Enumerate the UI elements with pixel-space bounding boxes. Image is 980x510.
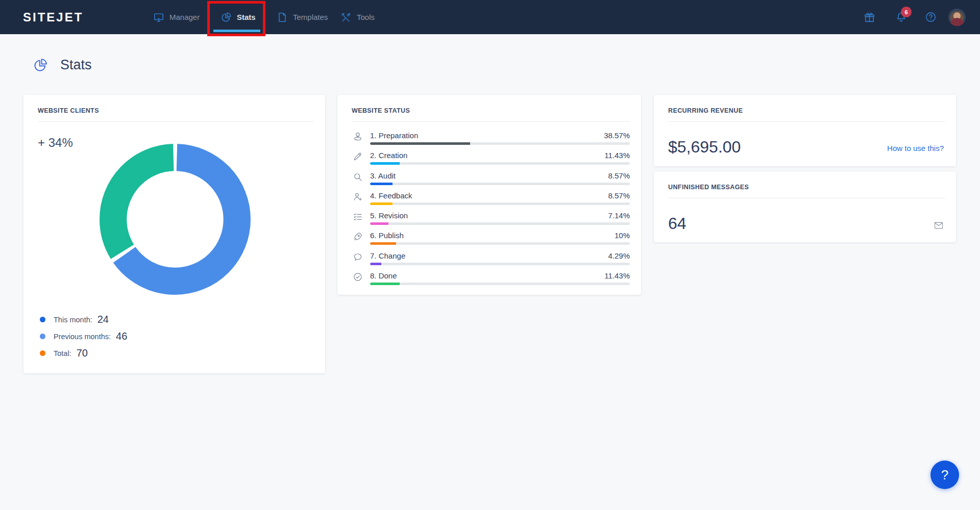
- status-percentage: 4.29%: [608, 251, 630, 260]
- nav-item-manager[interactable]: Manager: [153, 0, 200, 34]
- nav-item-templates[interactable]: Templates: [277, 0, 328, 34]
- legend-label: Previous months:: [54, 333, 111, 341]
- divider: [668, 121, 945, 122]
- envelope-icon: [934, 220, 944, 231]
- progress-track: [370, 263, 630, 265]
- status-percentage: 8.57%: [608, 191, 630, 200]
- checklist-icon: [353, 212, 363, 222]
- notifications-button[interactable]: 6: [895, 11, 907, 23]
- status-label: 7. Change: [370, 251, 405, 260]
- question-circle-icon: [925, 11, 937, 23]
- card-title: UNFINISHED MESSAGES: [654, 171, 956, 191]
- legend-dot-total: [40, 350, 45, 356]
- legend-row: Total: 70: [40, 345, 127, 362]
- growth-value: + 34%: [38, 136, 73, 150]
- divider: [668, 198, 945, 198]
- how-to-use-link[interactable]: How to use this?: [887, 144, 944, 152]
- status-label: 6. Publish: [370, 231, 404, 240]
- legend-dot-previous-months: [40, 334, 45, 339]
- status-row-change[interactable]: 7. Change 4.29%: [337, 249, 641, 269]
- progress-fill: [370, 263, 381, 265]
- recurring-revenue-card: RECURRING REVENUE $5,695.00 How to use t…: [654, 95, 956, 166]
- nav-item-stats[interactable]: Stats: [220, 0, 256, 34]
- progress-fill: [370, 242, 396, 245]
- help-menu-button[interactable]: [925, 11, 937, 23]
- nav-label-stats: Stats: [237, 13, 256, 21]
- status-label: 3. Audit: [370, 171, 396, 180]
- progress-track: [370, 162, 630, 165]
- status-row-done[interactable]: 8. Done 11.43%: [337, 269, 641, 289]
- stats-dashboard: SITEJET Manager Stats Templates Tools: [0, 0, 980, 510]
- status-row-feedback[interactable]: 4. Feedback 8.57%: [337, 189, 641, 209]
- page-title: Stats: [33, 57, 92, 73]
- clients-legend: This month: 24 Previous months: 46 Total…: [40, 311, 127, 362]
- legend-label: This month:: [54, 316, 92, 324]
- progress-track: [370, 222, 630, 225]
- status-percentage: 11.43%: [604, 271, 630, 280]
- progress-track: [370, 242, 630, 245]
- status-list: 1. Preparation 38.57% 2. Creation 11.43%: [337, 129, 641, 289]
- balloon-icon: [353, 132, 363, 142]
- pie-chart-icon: [220, 12, 232, 23]
- card-title: WEBSITE STATUS: [337, 95, 641, 114]
- status-percentage: 8.57%: [608, 171, 630, 180]
- nav-item-tools[interactable]: Tools: [340, 0, 375, 34]
- status-label: 4. Feedback: [370, 191, 412, 200]
- legend-dot-this-month: [40, 317, 45, 322]
- status-row-revision[interactable]: 5. Revision 7.14%: [337, 209, 641, 228]
- monitor-icon: [153, 12, 164, 23]
- help-fab-button[interactable]: ?: [930, 461, 959, 489]
- progress-fill: [370, 283, 400, 285]
- pencil-icon: [353, 151, 363, 162]
- check-circle-icon: [353, 272, 363, 282]
- clients-donut-chart: [100, 144, 251, 295]
- gift-button[interactable]: [864, 11, 875, 23]
- status-label: 5. Revision: [370, 211, 408, 220]
- messages-count: 64: [668, 214, 687, 233]
- legend-value: 46: [116, 330, 127, 342]
- page-title-text: Stats: [60, 57, 92, 73]
- unfinished-messages-card: UNFINISHED MESSAGES 64: [654, 171, 956, 242]
- speech-bubble-icon: [353, 252, 363, 262]
- status-label: 2. Creation: [370, 151, 407, 160]
- sitejet-logo[interactable]: SITEJET: [23, 0, 83, 34]
- progress-track: [370, 202, 630, 205]
- nav-label-manager: Manager: [169, 13, 200, 21]
- legend-row: This month: 24: [40, 311, 127, 328]
- top-navbar: SITEJET Manager Stats Templates Tools: [0, 0, 980, 34]
- status-percentage: 38.57%: [604, 131, 630, 140]
- card-title: WEBSITE CLIENTS: [23, 95, 325, 114]
- progress-track: [370, 283, 630, 285]
- legend-label: Total:: [54, 349, 71, 358]
- status-row-preparation[interactable]: 1. Preparation 38.57%: [337, 129, 641, 148]
- nav-label-templates: Templates: [293, 13, 328, 21]
- progress-fill: [370, 222, 388, 225]
- magnifier-icon: [353, 172, 363, 182]
- nav-label-tools: Tools: [357, 13, 375, 21]
- status-label: 1. Preparation: [370, 131, 418, 140]
- website-clients-card: WEBSITE CLIENTS + 34% This month: 24 Pre…: [23, 95, 325, 373]
- notification-badge: 6: [901, 7, 912, 17]
- status-row-audit[interactable]: 3. Audit 8.57%: [337, 169, 641, 189]
- file-icon: [277, 12, 288, 23]
- status-percentage: 7.14%: [608, 211, 630, 220]
- progress-fill: [370, 202, 393, 205]
- rocket-icon: [353, 232, 363, 242]
- pie-chart-icon: [33, 58, 48, 73]
- legend-value: 24: [97, 314, 109, 325]
- progress-track: [370, 142, 630, 145]
- status-percentage: 10%: [615, 231, 630, 240]
- progress-fill: [370, 183, 393, 185]
- user-plus-icon: [353, 192, 363, 202]
- progress-fill: [370, 162, 400, 165]
- active-tab-underline: [213, 30, 260, 32]
- progress-fill: [370, 142, 470, 145]
- legend-row: Previous months: 46: [40, 328, 127, 345]
- user-avatar[interactable]: [948, 9, 966, 26]
- revenue-amount: $5,695.00: [668, 138, 741, 157]
- status-row-creation[interactable]: 2. Creation 11.43%: [337, 148, 641, 168]
- progress-track: [370, 183, 630, 185]
- status-row-publish[interactable]: 6. Publish 10%: [337, 228, 641, 248]
- status-percentage: 11.43%: [604, 151, 630, 160]
- divider: [38, 121, 314, 122]
